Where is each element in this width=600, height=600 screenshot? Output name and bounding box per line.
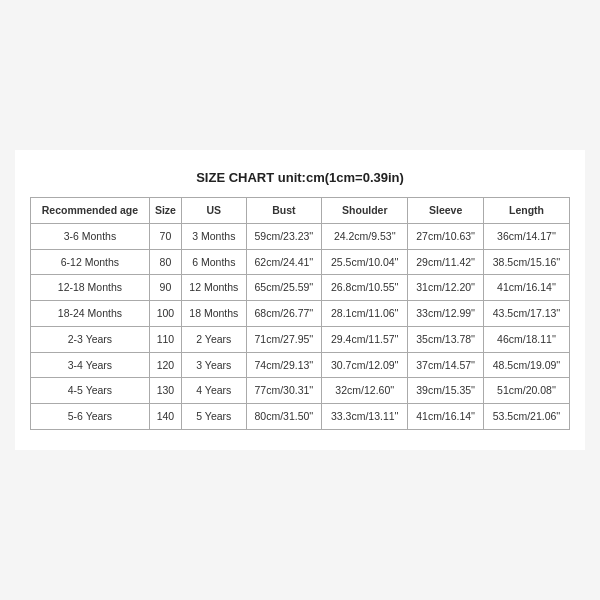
table-cell: 36cm/14.17'' bbox=[484, 224, 570, 250]
table-cell: 65cm/25.59'' bbox=[246, 275, 322, 301]
table-cell: 80 bbox=[149, 249, 181, 275]
table-cell: 37cm/14.57'' bbox=[408, 352, 484, 378]
column-header: Length bbox=[484, 198, 570, 224]
table-cell: 38.5cm/15.16'' bbox=[484, 249, 570, 275]
table-cell: 77cm/30.31'' bbox=[246, 378, 322, 404]
table-cell: 48.5cm/19.09'' bbox=[484, 352, 570, 378]
table-cell: 3-6 Months bbox=[31, 224, 150, 250]
table-row: 2-3 Years1102 Years71cm/27.95''29.4cm/11… bbox=[31, 326, 570, 352]
table-cell: 18 Months bbox=[182, 301, 246, 327]
table-cell: 5 Years bbox=[182, 403, 246, 429]
column-header: Recommended age bbox=[31, 198, 150, 224]
column-header: Size bbox=[149, 198, 181, 224]
table-cell: 46cm/18.11'' bbox=[484, 326, 570, 352]
table-cell: 30.7cm/12.09'' bbox=[322, 352, 408, 378]
table-cell: 3-4 Years bbox=[31, 352, 150, 378]
table-cell: 62cm/24.41'' bbox=[246, 249, 322, 275]
table-cell: 32cm/12.60'' bbox=[322, 378, 408, 404]
table-cell: 28.1cm/11.06'' bbox=[322, 301, 408, 327]
table-cell: 2 Years bbox=[182, 326, 246, 352]
table-cell: 29.4cm/11.57'' bbox=[322, 326, 408, 352]
table-cell: 18-24 Months bbox=[31, 301, 150, 327]
table-cell: 68cm/26.77'' bbox=[246, 301, 322, 327]
size-table: Recommended ageSizeUSBustShoulderSleeveL… bbox=[30, 197, 570, 429]
table-cell: 2-3 Years bbox=[31, 326, 150, 352]
table-cell: 4 Years bbox=[182, 378, 246, 404]
table-cell: 140 bbox=[149, 403, 181, 429]
table-cell: 100 bbox=[149, 301, 181, 327]
table-cell: 6-12 Months bbox=[31, 249, 150, 275]
table-row: 18-24 Months10018 Months68cm/26.77''28.1… bbox=[31, 301, 570, 327]
table-row: 3-4 Years1203 Years74cm/29.13''30.7cm/12… bbox=[31, 352, 570, 378]
table-cell: 120 bbox=[149, 352, 181, 378]
table-cell: 70 bbox=[149, 224, 181, 250]
table-cell: 25.5cm/10.04'' bbox=[322, 249, 408, 275]
table-cell: 41cm/16.14'' bbox=[408, 403, 484, 429]
table-cell: 31cm/12.20'' bbox=[408, 275, 484, 301]
table-cell: 110 bbox=[149, 326, 181, 352]
table-cell: 90 bbox=[149, 275, 181, 301]
table-cell: 33cm/12.99'' bbox=[408, 301, 484, 327]
table-cell: 71cm/27.95'' bbox=[246, 326, 322, 352]
table-row: 12-18 Months9012 Months65cm/25.59''26.8c… bbox=[31, 275, 570, 301]
table-cell: 3 Years bbox=[182, 352, 246, 378]
table-cell: 35cm/13.78'' bbox=[408, 326, 484, 352]
table-cell: 39cm/15.35'' bbox=[408, 378, 484, 404]
table-cell: 41cm/16.14'' bbox=[484, 275, 570, 301]
table-cell: 27cm/10.63'' bbox=[408, 224, 484, 250]
table-cell: 26.8cm/10.55'' bbox=[322, 275, 408, 301]
table-cell: 43.5cm/17.13'' bbox=[484, 301, 570, 327]
table-cell: 53.5cm/21.06'' bbox=[484, 403, 570, 429]
table-cell: 130 bbox=[149, 378, 181, 404]
column-header: Sleeve bbox=[408, 198, 484, 224]
column-header: Shoulder bbox=[322, 198, 408, 224]
table-cell: 74cm/29.13'' bbox=[246, 352, 322, 378]
table-row: 6-12 Months806 Months62cm/24.41''25.5cm/… bbox=[31, 249, 570, 275]
table-row: 4-5 Years1304 Years77cm/30.31''32cm/12.6… bbox=[31, 378, 570, 404]
table-cell: 6 Months bbox=[182, 249, 246, 275]
table-cell: 12 Months bbox=[182, 275, 246, 301]
table-cell: 4-5 Years bbox=[31, 378, 150, 404]
table-cell: 59cm/23.23'' bbox=[246, 224, 322, 250]
table-cell: 12-18 Months bbox=[31, 275, 150, 301]
table-cell: 24.2cm/9.53'' bbox=[322, 224, 408, 250]
table-cell: 80cm/31.50'' bbox=[246, 403, 322, 429]
table-cell: 29cm/11.42'' bbox=[408, 249, 484, 275]
table-cell: 51cm/20.08'' bbox=[484, 378, 570, 404]
size-chart-container: SIZE CHART unit:cm(1cm=0.39in) Recommend… bbox=[15, 150, 585, 449]
chart-title: SIZE CHART unit:cm(1cm=0.39in) bbox=[30, 170, 570, 185]
column-header: US bbox=[182, 198, 246, 224]
table-row: 5-6 Years1405 Years80cm/31.50''33.3cm/13… bbox=[31, 403, 570, 429]
table-cell: 33.3cm/13.11'' bbox=[322, 403, 408, 429]
column-header: Bust bbox=[246, 198, 322, 224]
table-row: 3-6 Months703 Months59cm/23.23''24.2cm/9… bbox=[31, 224, 570, 250]
table-cell: 5-6 Years bbox=[31, 403, 150, 429]
table-cell: 3 Months bbox=[182, 224, 246, 250]
table-header-row: Recommended ageSizeUSBustShoulderSleeveL… bbox=[31, 198, 570, 224]
